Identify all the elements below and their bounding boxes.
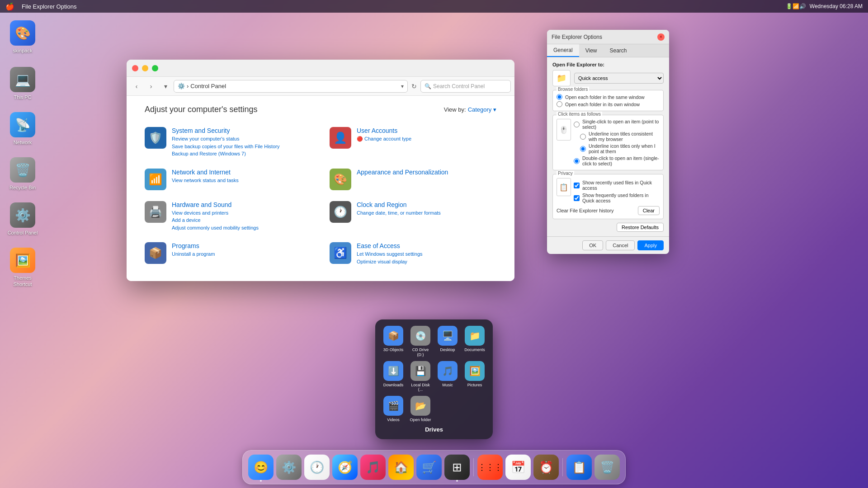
- controlpanel-icon: ⚙️: [10, 202, 35, 228]
- window-maximize-button[interactable]: [152, 65, 158, 71]
- dock-launchpad[interactable]: ⋮⋮⋮: [477, 455, 503, 480]
- feo-radio-double-click-input[interactable]: [574, 158, 580, 164]
- programs-link1[interactable]: Uninstall a program: [172, 250, 215, 258]
- hardware-icon: 🖨️: [145, 201, 166, 223]
- feo-radio-same-window-input[interactable]: [557, 94, 562, 100]
- qa-item-videos[interactable]: 🎬 Videos: [382, 396, 405, 422]
- feo-radio-single-click-input[interactable]: [574, 122, 580, 127]
- timemachine-icon: ⏰: [539, 460, 553, 474]
- ease-link1[interactable]: Let Windows suggest settings: [357, 250, 423, 258]
- hardware-link2[interactable]: Add a device: [172, 216, 259, 224]
- system-security-link3[interactable]: Backup and Restore (Windows 7): [172, 150, 279, 158]
- desktop-label: Desktop: [440, 347, 455, 352]
- feo-apply-button[interactable]: Apply: [637, 240, 664, 250]
- dock-safari[interactable]: 🧭: [332, 455, 358, 480]
- window-close-button[interactable]: [132, 65, 138, 71]
- refresh-button[interactable]: ↻: [410, 81, 419, 92]
- window-minimize-button[interactable]: [142, 65, 148, 71]
- feo-radio-single-click[interactable]: Single-click to open an item (point to s…: [574, 119, 660, 130]
- dock-settings[interactable]: ⚙️: [276, 455, 302, 480]
- hardware-link1[interactable]: View devices and printers: [172, 209, 259, 217]
- themes-label: Themes Shortcut: [5, 275, 41, 288]
- qa-item-cddrive[interactable]: 💿 CD Drive (D:): [409, 326, 432, 357]
- qa-item-desktop[interactable]: 🖥️ Desktop: [436, 326, 459, 357]
- category-dropdown[interactable]: Category ▾: [468, 106, 496, 113]
- dock-calendar[interactable]: 📅: [505, 455, 531, 480]
- feo-open-to-dropdown[interactable]: Quick access This PC: [574, 73, 664, 84]
- qa-item-pictures[interactable]: 🖼️ Pictures: [463, 361, 486, 393]
- desktop-icon-themes[interactable]: 🖼️ Themes Shortcut: [5, 248, 41, 288]
- dock-home[interactable]: 🏠: [388, 455, 414, 480]
- ease-title[interactable]: Ease of Access: [357, 242, 423, 249]
- search-bar[interactable]: 🔍 Search Control Panel: [420, 80, 511, 93]
- pictures-icon: 🖼️: [465, 361, 485, 381]
- dock-bootcamp[interactable]: ⊞: [444, 455, 470, 480]
- feo-privacy-checkboxes: Show recently used files in Quick access…: [574, 180, 660, 203]
- dock-files[interactable]: 📋: [566, 455, 592, 480]
- clock-title[interactable]: Clock and Region: [357, 201, 441, 208]
- feo-ok-button[interactable]: OK: [582, 240, 603, 250]
- network-internet-title[interactable]: Network and Internet: [172, 169, 239, 176]
- dock-trash[interactable]: 🗑️: [594, 455, 620, 480]
- desktop-icon-network[interactable]: 📡 Network: [5, 112, 41, 145]
- apple-logo-icon[interactable]: 🍎: [5, 2, 14, 11]
- tab-general[interactable]: General: [547, 44, 579, 57]
- feo-radio-double-click[interactable]: Double-click to open an item (single-cli…: [574, 155, 660, 166]
- feo-restore-button[interactable]: Restore Defaults: [617, 223, 664, 232]
- programs-text: Programs Uninstall a program: [172, 242, 215, 258]
- back-button[interactable]: ‹: [130, 80, 143, 93]
- user-accounts-link1[interactable]: 🔴 Change account type: [357, 135, 411, 143]
- cp-item-network: 📶 Network and Internet View network stat…: [145, 167, 311, 192]
- feo-radio-same-window[interactable]: Open each folder in the same window: [557, 94, 660, 100]
- qa-item-downloads[interactable]: ⬇️ Downloads: [382, 361, 405, 393]
- programs-title[interactable]: Programs: [172, 242, 215, 249]
- feo-radio-own-window[interactable]: Open each folder in its own window: [557, 101, 660, 107]
- system-security-link2[interactable]: Save backup copies of your files with Fi…: [172, 143, 279, 150]
- feo-cancel-button[interactable]: Cancel: [606, 240, 635, 250]
- system-security-link1[interactable]: Review your computer's status: [172, 135, 279, 143]
- feo-checkbox-frequent-folders[interactable]: Show frequently used folders in Quick ac…: [574, 192, 660, 203]
- forward-button[interactable]: ›: [145, 80, 157, 93]
- dock-timemachine[interactable]: ⏰: [533, 455, 559, 480]
- address-bar[interactable]: ⚙️ › Control Panel ▾: [174, 80, 408, 93]
- dock-music[interactable]: 🎵: [360, 455, 386, 480]
- feo-radio-underline-consistent[interactable]: Underline icon titles consistent with my…: [580, 131, 660, 142]
- feo-radio-underline-consistent-input[interactable]: [580, 134, 586, 140]
- clock-link1[interactable]: Change date, time, or number formats: [357, 209, 441, 217]
- qa-item-documents[interactable]: 📁 Documents: [463, 326, 486, 357]
- feo-radio-own-window-input[interactable]: [557, 101, 562, 107]
- feo-checkbox-recent-files[interactable]: Show recently used files in Quick access: [574, 180, 660, 191]
- appearance-title[interactable]: Appearance and Personalization: [357, 169, 448, 176]
- desktop-icon-controlpanel[interactable]: ⚙️ Control Panel: [5, 202, 41, 236]
- tab-view[interactable]: View: [579, 44, 604, 57]
- dock-clock[interactable]: 🕐: [304, 455, 330, 480]
- feo-title: File Explorer Options: [552, 34, 602, 40]
- qa-item-music[interactable]: 🎵 Music: [436, 361, 459, 393]
- qa-item-localdisk[interactable]: 💾 Local Disk (...: [409, 361, 432, 393]
- feo-clear-button[interactable]: Clear: [638, 206, 660, 215]
- menubar: 🍎 File Explorer Options 🔋📶🔊 Wednesday 06…: [0, 0, 868, 13]
- feo-close-button[interactable]: ×: [657, 33, 665, 41]
- system-security-title[interactable]: System and Security: [172, 127, 279, 134]
- user-accounts-title[interactable]: User Accounts: [357, 127, 411, 134]
- desktop-icon-skinpack[interactable]: 🎨 skinpack: [5, 20, 41, 54]
- feo-checkbox-frequent-folders-input[interactable]: [574, 195, 580, 201]
- dropdown-button[interactable]: ▾: [159, 80, 172, 93]
- dock-finder[interactable]: 😊: [248, 455, 274, 480]
- network-internet-link1[interactable]: View network status and tasks: [172, 177, 239, 184]
- qa-item-openfolder[interactable]: 📂 Open folder: [409, 396, 432, 422]
- feo-checkbox-recent-files-input[interactable]: [574, 183, 580, 188]
- tab-search[interactable]: Search: [604, 44, 633, 57]
- feo-radio-underline-point-input[interactable]: [580, 146, 586, 152]
- finder-icon: 😊: [254, 460, 268, 474]
- dock-appstore[interactable]: 🛒: [416, 455, 442, 480]
- hardware-title[interactable]: Hardware and Sound: [172, 201, 259, 208]
- qa-item-3dobjects[interactable]: 📦 3D Objects: [382, 326, 405, 357]
- feo-radio-underline-point[interactable]: Underline icon titles only when I point …: [580, 143, 660, 154]
- ease-link2[interactable]: Optimize visual display: [357, 258, 423, 266]
- desktop-icon-thispc[interactable]: 💻 This PC: [5, 67, 41, 100]
- desktop-icon-recyclebin[interactable]: 🗑️ Recycle Bin: [5, 157, 41, 191]
- hardware-link3[interactable]: Adjust commonly used mobility settings: [172, 224, 259, 232]
- downloads-label: Downloads: [383, 383, 404, 388]
- address-dropdown[interactable]: ▾: [401, 83, 404, 89]
